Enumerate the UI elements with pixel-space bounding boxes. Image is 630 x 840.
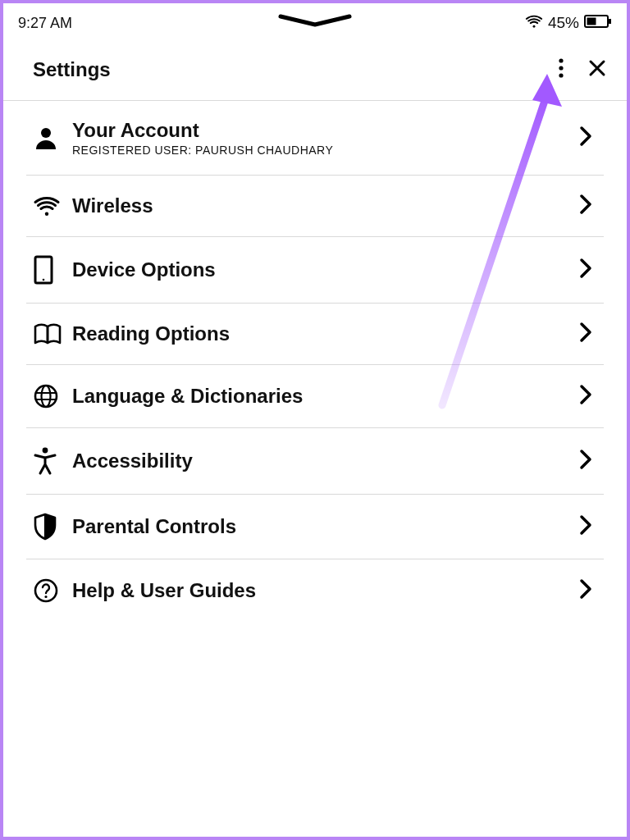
svg-point-8 xyxy=(43,279,45,281)
help-icon xyxy=(33,578,72,604)
settings-item-title: Parental Controls xyxy=(72,515,579,538)
wifi-icon xyxy=(525,14,543,33)
close-icon[interactable] xyxy=(587,58,607,81)
chevron-right-icon xyxy=(579,322,597,346)
accessibility-icon xyxy=(33,446,72,476)
svg-point-11 xyxy=(43,448,48,454)
svg-point-4 xyxy=(559,66,563,70)
tablet-icon xyxy=(33,255,72,285)
settings-header: Settings xyxy=(3,39,627,101)
wifi-icon xyxy=(33,194,72,217)
settings-item-wireless[interactable]: Wireless xyxy=(26,176,604,237)
settings-item-title: Wireless xyxy=(72,194,579,217)
globe-icon xyxy=(33,383,72,409)
svg-point-3 xyxy=(559,58,563,62)
settings-item-title: Device Options xyxy=(72,258,579,281)
settings-list: Your Account REGISTERED USER: PAURUSH CH… xyxy=(3,101,627,622)
svg-rect-1 xyxy=(609,19,611,24)
shield-icon xyxy=(33,513,72,541)
user-icon xyxy=(33,125,72,151)
settings-item-title: Help & User Guides xyxy=(72,579,579,602)
svg-point-5 xyxy=(559,73,563,77)
status-bar: 9:27 AM 45% xyxy=(3,3,627,39)
chevron-right-icon xyxy=(579,258,597,282)
settings-item-help-user-guides[interactable]: Help & User Guides xyxy=(26,559,604,622)
svg-point-6 xyxy=(41,128,51,138)
svg-point-9 xyxy=(35,386,57,407)
settings-item-accessibility[interactable]: Accessibility xyxy=(26,428,604,495)
settings-item-title: Accessibility xyxy=(72,450,579,472)
settings-item-your-account[interactable]: Your Account REGISTERED USER: PAURUSH CH… xyxy=(26,101,604,176)
page-title: Settings xyxy=(33,58,111,81)
chevron-right-icon xyxy=(579,194,597,218)
swipe-down-handle-icon[interactable] xyxy=(274,13,356,32)
chevron-right-icon xyxy=(579,514,597,539)
settings-item-title: Reading Options xyxy=(72,322,579,345)
status-time: 9:27 AM xyxy=(18,15,72,32)
book-icon xyxy=(33,322,72,346)
svg-rect-2 xyxy=(587,17,596,25)
settings-item-reading-options[interactable]: Reading Options xyxy=(26,304,604,365)
settings-item-device-options[interactable]: Device Options xyxy=(26,237,604,304)
battery-icon xyxy=(584,14,612,33)
chevron-right-icon xyxy=(579,449,597,473)
settings-item-title: Your Account xyxy=(72,119,579,142)
chevron-right-icon xyxy=(579,126,597,150)
svg-point-10 xyxy=(42,386,51,407)
settings-item-subtitle: REGISTERED USER: PAURUSH CHAUDHARY xyxy=(72,144,579,157)
settings-item-parental-controls[interactable]: Parental Controls xyxy=(26,495,604,559)
chevron-right-icon xyxy=(579,578,597,603)
settings-item-language-dictionaries[interactable]: Language & Dictionaries xyxy=(26,365,604,428)
battery-percent: 45% xyxy=(548,14,579,32)
more-options-icon[interactable] xyxy=(558,57,564,82)
chevron-right-icon xyxy=(579,384,597,409)
svg-point-13 xyxy=(44,596,47,598)
settings-item-title: Language & Dictionaries xyxy=(72,385,579,408)
